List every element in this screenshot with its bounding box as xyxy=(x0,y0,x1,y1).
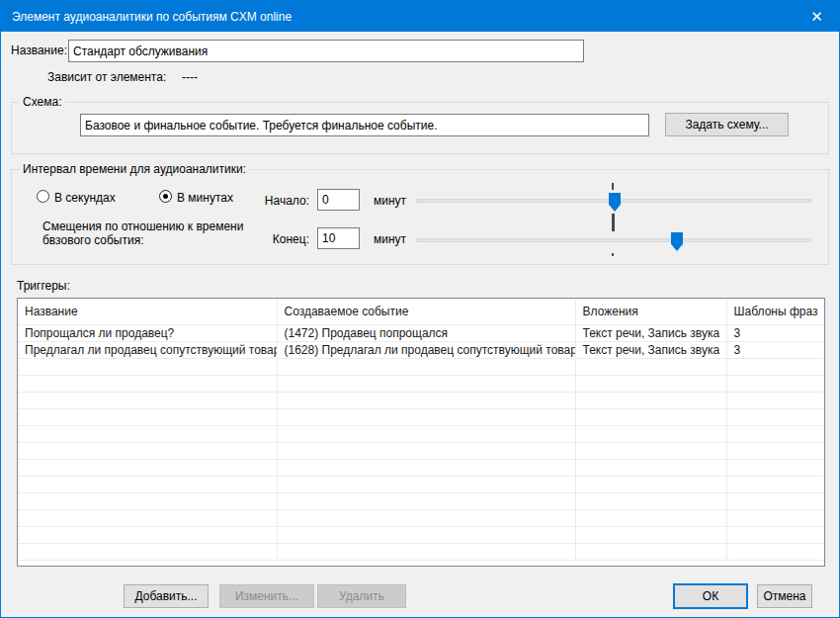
close-icon: ✕ xyxy=(810,8,823,26)
empty-table-cell xyxy=(277,442,575,459)
empty-table-cell xyxy=(18,358,277,375)
empty-table-cell xyxy=(277,375,575,392)
title-bar: Элемент аудиоаналитики по событиям CXM o… xyxy=(1,1,839,32)
column-header[interactable]: Создаваемое событие xyxy=(277,299,575,324)
empty-table-cell xyxy=(277,509,575,526)
radio-seconds-icon xyxy=(37,190,49,203)
empty-table-row xyxy=(18,476,824,492)
end-unit-label: минут xyxy=(374,232,406,246)
empty-table-cell xyxy=(575,509,726,526)
scheme-input[interactable] xyxy=(80,114,649,136)
empty-table-cell xyxy=(18,476,277,492)
bottom-tick xyxy=(612,253,614,256)
radio-minutes-icon xyxy=(159,190,172,203)
column-header[interactable]: Вложения xyxy=(575,299,726,324)
table-cell[interactable]: 3 xyxy=(726,341,824,358)
ok-button[interactable]: ОК xyxy=(673,583,748,609)
empty-table-row xyxy=(18,375,824,392)
empty-table-cell xyxy=(726,358,824,375)
column-header[interactable]: Название xyxy=(18,299,277,324)
empty-table-cell xyxy=(575,375,726,392)
start-slider-zero-tick xyxy=(612,183,614,190)
triggers-table-header: НазваниеСоздаваемое событиеВложенияШабло… xyxy=(18,299,824,324)
empty-table-cell xyxy=(277,543,575,560)
empty-table-cell xyxy=(277,459,575,476)
depends-on-label: Зависит от элемента: xyxy=(47,70,166,84)
start-unit-label: минут xyxy=(374,194,406,208)
start-input[interactable] xyxy=(317,189,360,211)
table-row[interactable]: Попрощался ли продавец?(1472) Продавец п… xyxy=(18,324,824,341)
radio-minutes-label: В минутах xyxy=(177,191,233,205)
empty-table-cell xyxy=(726,492,824,509)
empty-table-cell xyxy=(726,476,824,492)
empty-table-cell xyxy=(277,526,575,543)
table-cell[interactable]: (1628) Предлагал ли продавец сопутствующ… xyxy=(277,341,575,358)
empty-table-row xyxy=(18,358,824,375)
end-label: Конец: xyxy=(238,232,309,246)
cancel-button[interactable]: Отмена xyxy=(757,584,812,608)
end-slider-zero-tick xyxy=(612,214,615,231)
empty-table-row xyxy=(18,425,824,442)
interval-group: Интервал времени для аудиоаналитики: xyxy=(11,163,829,265)
empty-table-cell xyxy=(18,492,277,509)
scheme-group-label: Схема: xyxy=(20,96,64,109)
start-label: Начало: xyxy=(238,194,309,208)
empty-table-cell xyxy=(726,543,824,560)
empty-table-cell xyxy=(18,375,277,392)
empty-table-cell xyxy=(277,358,575,375)
empty-table-row xyxy=(18,459,824,476)
empty-table-cell xyxy=(726,392,824,408)
name-input[interactable] xyxy=(68,40,584,62)
empty-table-cell xyxy=(18,425,277,442)
triggers-table[interactable]: НазваниеСоздаваемое событиеВложенияШабло… xyxy=(17,298,825,567)
empty-table-cell xyxy=(726,509,824,526)
empty-table-cell xyxy=(575,392,726,408)
table-cell[interactable]: (1472) Продавец попрощался xyxy=(277,324,575,341)
column-header[interactable]: Шаблоны фраз xyxy=(726,299,824,324)
empty-table-cell xyxy=(726,425,824,442)
empty-table-cell xyxy=(575,358,726,375)
empty-table-cell xyxy=(726,526,824,543)
empty-table-cell xyxy=(277,492,575,509)
empty-table-cell xyxy=(18,543,277,560)
empty-table-cell xyxy=(575,476,726,492)
empty-table-row xyxy=(18,526,824,543)
end-input[interactable] xyxy=(317,227,360,249)
table-row[interactable]: Предлагал ли продавец сопутствующий това… xyxy=(18,341,824,358)
empty-table-cell xyxy=(18,392,277,408)
empty-table-row xyxy=(18,509,824,526)
dialog-window: Элемент аудиоаналитики по событиям CXM o… xyxy=(0,0,840,618)
table-cell[interactable]: Текст речи, Запись звука xyxy=(575,341,726,358)
empty-table-row xyxy=(18,492,824,509)
empty-table-cell xyxy=(18,509,277,526)
empty-table-cell xyxy=(726,442,824,459)
empty-table-cell xyxy=(575,492,726,509)
end-slider-track[interactable] xyxy=(416,238,811,242)
empty-table-cell xyxy=(575,408,726,425)
empty-table-cell xyxy=(575,425,726,442)
empty-table-cell xyxy=(18,526,277,543)
table-cell[interactable]: Попрощался ли продавец? xyxy=(18,324,277,341)
empty-table-row xyxy=(18,543,824,560)
set-scheme-button[interactable]: Задать схему... xyxy=(665,113,789,136)
empty-table-cell xyxy=(277,392,575,408)
empty-table-cell xyxy=(726,408,824,425)
table-cell[interactable]: 3 xyxy=(726,324,824,341)
edit-button[interactable]: Изменить... xyxy=(219,584,314,608)
empty-table-cell xyxy=(277,476,575,492)
empty-table-cell xyxy=(575,442,726,459)
table-cell[interactable]: Предлагал ли продавец сопутствующий това… xyxy=(18,341,277,358)
interval-group-label: Интервал времени для аудиоаналитики: xyxy=(20,163,249,176)
close-button[interactable]: ✕ xyxy=(795,1,839,32)
window-title: Элемент аудиоаналитики по событиям CXM o… xyxy=(1,10,292,24)
name-label: Название: xyxy=(11,44,67,57)
empty-table-cell xyxy=(18,408,277,425)
empty-table-cell xyxy=(726,459,824,476)
delete-button[interactable]: Удалить xyxy=(317,584,406,608)
empty-table-cell xyxy=(277,425,575,442)
add-button[interactable]: Добавить... xyxy=(124,584,209,608)
depends-on-value: ---- xyxy=(182,70,198,84)
table-cell[interactable]: Текст речи, Запись звука xyxy=(575,324,726,341)
radio-seconds-label: В секундах xyxy=(54,191,116,205)
empty-table-cell xyxy=(18,442,277,459)
